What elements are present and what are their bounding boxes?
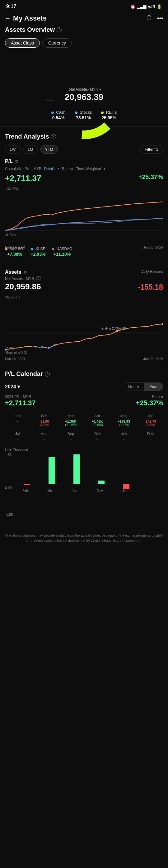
svg-point-9 <box>116 330 118 332</box>
bar-feb <box>24 484 30 485</box>
legend-stocks: Stocks 73.51% <box>75 110 92 120</box>
net-assets-info[interactable]: i <box>36 276 41 281</box>
pl-value: +2,711.37 <box>5 174 41 183</box>
assets-chart-area: 24,399.81 -2,996.46 Ending 20,959.86 Beg… <box>5 295 163 358</box>
pl-chart-svg <box>5 193 163 243</box>
page-title: My Assets <box>13 14 47 23</box>
info-icon[interactable]: i <box>57 27 62 32</box>
signal-icon: ▂▄▆ <box>137 4 146 9</box>
year-selector[interactable]: 2024 ▾ <box>5 384 20 390</box>
daily-returns-value: -155.18 <box>138 283 163 291</box>
bar-may <box>98 480 104 484</box>
year-dropdown-icon: ▾ <box>18 384 20 390</box>
cal-pl-value: +2,711.37 <box>5 399 35 407</box>
month-nov: Nov – <box>111 430 136 443</box>
share-button[interactable] <box>146 14 152 23</box>
reits-dot <box>101 112 104 114</box>
filter-icon: ⇅ <box>155 147 158 152</box>
svg-text:Apr: Apr <box>72 489 77 492</box>
pl-subtitle: Cumulative P/L · MYR Details • Return · … <box>5 166 163 171</box>
time-buttons: 1W 1M YTD <box>5 145 58 154</box>
month-feb: Feb -56.90 -3.25% <box>31 412 57 429</box>
bar-jun <box>123 484 129 489</box>
assets-values: 20,959.86 -155.18 <box>5 282 163 291</box>
status-time: 9:17 <box>6 4 16 9</box>
month-jun: Jun -242.79 -1.29% <box>138 412 163 429</box>
asset-class-toggle[interactable]: Asset Class <box>5 38 40 48</box>
currency-toggle[interactable]: Currency <box>42 38 72 48</box>
calendar-header: 2024 ▾ Month Year <box>5 382 163 391</box>
svg-text:Jun: Jun <box>122 489 127 492</box>
assets-overview-section: Assets Overview i Asset Class Currency <box>0 26 168 120</box>
battery-icon: 🔋 <box>157 4 162 9</box>
bar-chart-section: Unit: Thousand 1.55 0.00 -1.55 Feb <box>5 448 163 521</box>
trend-info-icon[interactable]: i <box>51 134 56 139</box>
svg-text:Ending 20,959.86: Ending 20,959.86 <box>101 327 126 330</box>
svg-text:Mar: Mar <box>47 489 53 492</box>
pl-chart-x-labels: Feb 28, 2024 Jun 26, 2024 <box>5 245 163 249</box>
time-filter-row: 1W 1M YTD Filter ⇅ <box>5 145 163 154</box>
calendar-summary: 2024 P/L · MYR +2,711.37 Return +25.37% <box>5 395 163 407</box>
copy-icon[interactable]: ⧉ <box>15 159 18 164</box>
month-oct: Oct – <box>85 430 110 443</box>
pl-calendar-title: P/L Calendar i <box>5 370 163 377</box>
assets-toggle-group: Asset Class Currency <box>5 38 163 48</box>
stocks-dot <box>75 112 77 114</box>
calendar-info-icon[interactable]: i <box>45 372 50 376</box>
assets-chart-svg: Ending 20,959.86 Beginning 0.00 <box>5 302 163 354</box>
details-link[interactable]: Details <box>44 166 56 171</box>
pl-values: +2,711.37 +25.37% <box>5 174 163 183</box>
donut-chart: Total Assets · MYR ▾ 👁 20,963.39 <box>40 54 128 104</box>
month-jul: Jul – <box>5 430 30 443</box>
pl-header: P/L ⧉ <box>5 158 163 164</box>
pl-calendar-section: P/L Calendar i 2024 ▾ Month Year 2024 P/… <box>0 370 168 521</box>
assets-copy-icon[interactable]: ⧉ <box>24 270 27 275</box>
svg-point-5 <box>35 346 37 348</box>
svg-text:Beginning 0.00: Beginning 0.00 <box>6 351 27 354</box>
wifi-icon: wifi <box>148 4 155 9</box>
assets-header: Assets ⧉ Daily Returns <box>5 270 163 275</box>
month-grid: Jan – Feb -56.90 -3.25% Mar +1.35K +21.4… <box>5 412 163 443</box>
year-view-btn[interactable]: Year <box>144 382 163 391</box>
filter-button[interactable]: Filter ⇅ <box>140 145 163 154</box>
donut-label: Total Assets · MYR ▾ <box>67 87 101 92</box>
header-icons: ••• <box>146 14 163 23</box>
bar-mar <box>48 457 55 484</box>
assets-chart-x-labels: Feb 28, 2024 Jun 26, 2024 <box>5 357 163 361</box>
month-aug: Aug – <box>31 430 57 443</box>
time-ytd[interactable]: YTD <box>40 145 58 154</box>
bar-apr <box>73 455 80 484</box>
svg-point-10 <box>162 323 163 325</box>
month-view-btn[interactable]: Month <box>123 382 144 391</box>
month-sep: Sep – <box>58 430 83 443</box>
assets-top-label: 24,399.81 <box>5 295 20 299</box>
bar-chart-unit: Unit: Thousand <box>5 448 163 452</box>
more-button[interactable]: ••• <box>157 15 163 22</box>
legend-cash: Cash 0.54% <box>51 110 66 120</box>
assets-legend: Cash 0.54% Stocks 73.51% REITs 25.95% <box>5 110 163 120</box>
pl-chart-bottom: -8.75% <box>5 233 16 237</box>
page-header: ← My Assets ••• <box>0 12 168 26</box>
month-may: May +176.93 +1.15% <box>111 412 136 429</box>
svg-point-8 <box>54 344 56 346</box>
cash-dot <box>51 112 54 114</box>
time-1w[interactable]: 1W <box>5 145 21 154</box>
net-assets-value: 20,959.86 <box>5 282 41 291</box>
header-left: ← My Assets <box>5 14 47 23</box>
donut-chart-container: Total Assets · MYR ▾ 👁 20,963.39 <box>5 54 163 104</box>
cal-return-value: +25.37% <box>136 399 163 407</box>
month-jan: Jan – <box>5 412 30 429</box>
return-dropdown-icon: ▾ <box>104 167 105 171</box>
month-mar: Mar +1.35K +21.45% <box>58 412 83 429</box>
legend-reits: REITs 25.95% <box>101 110 117 120</box>
return-value: +25.37% <box>138 174 163 183</box>
back-button[interactable]: ← <box>5 15 10 22</box>
time-1m[interactable]: 1M <box>23 145 38 154</box>
view-toggle: Month Year <box>123 382 163 391</box>
svg-point-7 <box>47 347 49 349</box>
svg-text:👁: 👁 <box>85 88 88 92</box>
pl-chart-area: +33.08% -8.75% Feb 28, 2024 Jun 26, 2024 <box>5 187 163 243</box>
donut-value: 20,963.39 <box>65 92 104 102</box>
month-apr: Apr +1.48K +12.68% <box>85 412 110 429</box>
status-bar: 9:17 ⏰ ▂▄▆ wifi 🔋 <box>0 0 168 12</box>
